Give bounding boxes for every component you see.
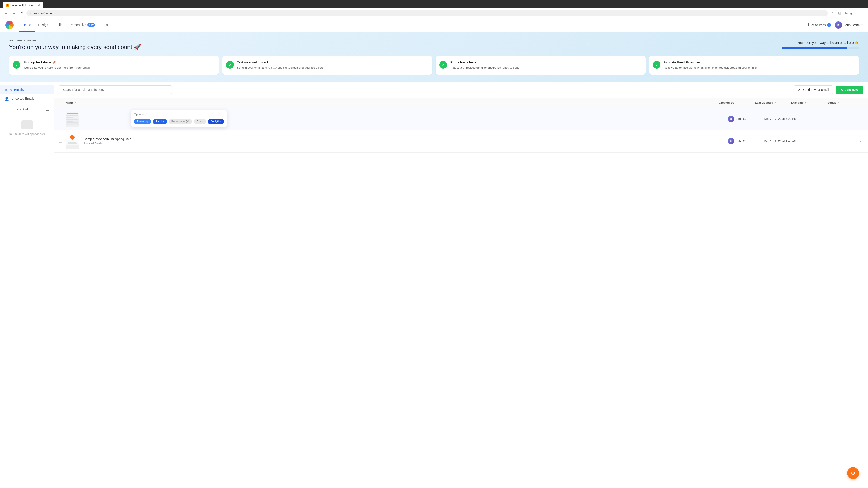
gs-card-desc-1: Send in your email and run QA checks to … [237,66,324,70]
progress-fill [782,47,847,49]
row-2-thumbnail [66,133,79,149]
all-emails-icon: ✉ [4,88,7,92]
resources-count-badge: 1 [827,23,831,27]
header-checkbox[interactable] [59,101,62,104]
getting-started-title: You're on your way to making every send … [9,43,141,51]
thumb-line-short [66,117,73,118]
tag-previews-qa[interactable]: Previews & QA [168,119,192,124]
row-2-avatar: JS [728,138,734,144]
sort-icon-status: ⬍ [837,101,839,104]
menu-button[interactable]: ⋮ [859,10,865,16]
window-button[interactable]: ⊡ [837,10,842,16]
tab-close-button[interactable]: ✕ [37,3,40,7]
new-tab-button[interactable]: + [44,2,51,8]
top-nav: Home Design Build Personalize New Test ℹ… [0,18,868,32]
litmus-logo[interactable] [5,21,13,29]
email-list: ➤ Send in your email Create new Name ⬆ C… [54,82,868,488]
row-1-last-updated: Dec 20, 2023 at 7:29 PM [764,117,800,121]
sidebar-item-unsorted[interactable]: 👤 Unsorted Emails [0,94,54,103]
row-1-created-by: JS John S. [728,116,764,122]
app-container: Home Design Build Personalize New Test ℹ… [0,18,868,488]
address-bar[interactable] [26,10,828,16]
row-2-actions: ⋯ [855,138,864,144]
create-new-button[interactable]: Create new [836,86,864,94]
tag-summary[interactable]: Summary [134,119,151,124]
refresh-button[interactable]: ↻ [19,10,25,16]
nav-item-test[interactable]: Test [98,19,112,32]
row-2-name[interactable]: [Sample] Wonderblum Spring Sale [83,137,728,141]
nav-item-personalize[interactable]: Personalize New [66,19,98,32]
row-1-avatar: JS [728,116,734,122]
folder-placeholder-icon [22,121,33,129]
tag-builder[interactable]: Builder [153,119,166,124]
row-2-subfolder: Unsorted Emails [83,142,728,145]
sort-icon-name: ⬆ [74,101,76,104]
back-button[interactable]: ← [3,10,9,16]
thumb-line [66,115,78,116]
active-tab[interactable]: 🔵 John Smith > Litmus ✕ [3,2,43,8]
thumb-line-2 [66,119,78,120]
th-last-updated[interactable]: Last updated ⬍ [755,101,791,104]
send-email-button[interactable]: ➤ Send in your email [794,86,833,94]
resources-label: Resources [811,23,826,27]
row-2-menu-button[interactable]: ⋯ [858,138,864,144]
thumb-circle [70,135,74,140]
th-due-date[interactable]: Due date ⬍ [791,101,827,104]
sidebar-item-all-emails[interactable]: ✉ All Emails [0,86,54,94]
row-1-thumbnail [66,111,79,127]
nav-item-build[interactable]: Build [52,19,66,32]
nav-item-home[interactable]: Home [19,19,35,32]
forward-button[interactable]: → [11,10,17,16]
th-name[interactable]: Name ⬆ [66,101,719,104]
gs-card-desc-3: Receive automatic alerts when client cha… [664,66,757,70]
hover-open-in-label: Open in [134,113,224,116]
sort-icon-updated: ⬍ [774,101,776,104]
tag-proof[interactable]: Proof [194,119,206,124]
row-1-checkbox[interactable] [59,117,62,120]
check-icon-1: ✓ [226,61,234,69]
row-1-menu-button[interactable]: ⋯ [858,116,864,122]
new-folder-section: New folder ☰ [4,106,51,113]
personalize-badge: New [88,23,95,27]
resources-button[interactable]: ℹ Resources 1 [808,23,831,27]
email-toolbar: ➤ Send in your email Create new [54,82,868,98]
folders-empty-text: Your folders will appear here [8,132,45,135]
incognito-label: Incognito [844,11,858,16]
chevron-down-icon: ▾ [862,24,863,26]
sidebar: ✉ All Emails 👤 Unsorted Emails New folde… [0,82,54,488]
getting-started-label: GETTING STARTED [9,39,141,42]
gs-card-desc-2: Retest your revised email to ensure it's… [450,66,520,70]
all-emails-label: All Emails [10,88,24,92]
browser-tabs: 🔵 John Smith > Litmus ✕ + [3,2,865,8]
table-row: [Sample] Wonderblum Spring Sale Unsorted… [54,130,868,153]
nav-items: Home Design Build Personalize New Test [19,18,808,32]
user-name-label: John Smith [844,23,860,27]
gs-card-title-3: Activate Email Guardian [664,61,757,64]
info-icon: ℹ [808,23,809,27]
folders-empty: Your folders will appear here [0,116,54,140]
gs-card-0: ✓ Sign up for Litmus 🎉 We're glad you're… [9,56,219,74]
nav-item-design[interactable]: Design [35,19,52,32]
thumb-line2-1 [67,141,78,141]
th-created-by[interactable]: Created by ⬍ [719,101,755,104]
browser-chrome: 🔵 John Smith > Litmus ✕ + [0,0,868,8]
tag-analytics[interactable]: Analytics [208,119,224,124]
user-menu[interactable]: JS John Smith ▾ [835,22,863,29]
bookmark-button[interactable]: ☆ [830,10,835,16]
row-2-checkbox[interactable] [59,139,62,142]
check-icon-0: ✓ [13,61,20,69]
new-folder-button[interactable]: New folder [4,106,43,113]
gs-card-title-0: Sign up for Litmus 🎉 [24,61,90,64]
help-icon: ⊕ [851,470,855,476]
thumb-line-3 [66,123,78,123]
folder-menu-button[interactable]: ☰ [45,106,51,113]
th-status[interactable]: Status ⬍ [827,101,864,104]
gs-card-2: ✓ Run a final check Retest your revised … [436,56,646,74]
nav-right: ℹ Resources 1 JS John Smith ▾ [808,22,863,29]
gs-card-desc-0: We're glad you're here to get more from … [24,66,90,70]
email-table: Name ⬆ Created by ⬍ Last updated ⬍ Due d… [54,98,868,153]
row-2-name-col: [Sample] Wonderblum Spring Sale Unsorted… [83,137,728,145]
search-input[interactable] [59,86,172,94]
thumb-line2-3 [68,143,77,144]
help-bubble[interactable]: ⊕ [847,467,859,479]
